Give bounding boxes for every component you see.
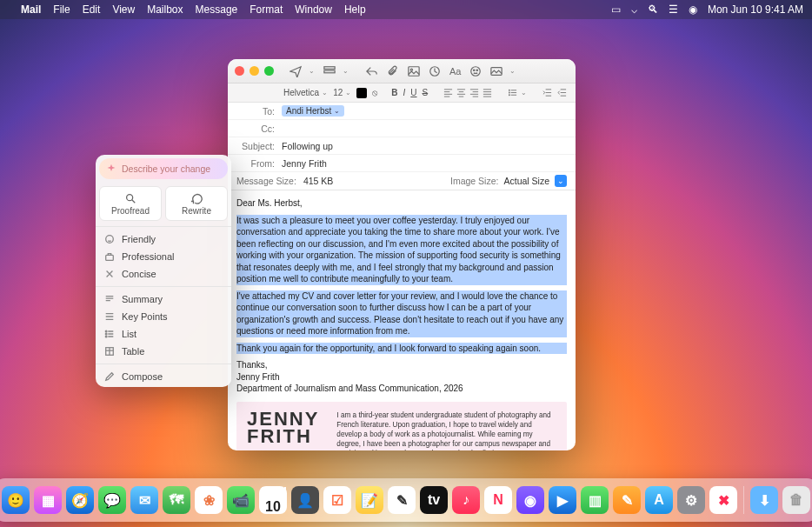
font-panel-icon[interactable]: Aa — [449, 66, 461, 77]
zoom-button[interactable] — [264, 66, 274, 76]
font-size-select[interactable]: 12 ⌄ — [333, 88, 351, 97]
transform-list[interactable]: List — [96, 325, 231, 343]
list-menu-chevron[interactable]: ⌄ — [521, 89, 527, 97]
table-label: Table — [122, 346, 144, 357]
minimize-button[interactable] — [250, 66, 259, 76]
strike-button[interactable]: S — [423, 88, 429, 97]
dock-launchpad[interactable]: ▦ — [34, 486, 62, 514]
professional-label: Professional — [122, 251, 175, 262]
transform-summary[interactable]: Summary — [96, 290, 231, 308]
align-left-icon[interactable] — [443, 88, 453, 97]
dock-pages[interactable]: ✎ — [613, 486, 641, 514]
dock-mail[interactable]: ✉︎ — [130, 486, 158, 514]
message-body[interactable]: Dear Ms. Herbst, It was such a pleasure … — [228, 190, 576, 450]
menu-message[interactable]: Message — [196, 3, 238, 16]
close-button[interactable] — [235, 66, 244, 76]
dock-trash[interactable]: 🗑 — [782, 486, 810, 514]
menu-mailbox[interactable]: Mailbox — [147, 3, 183, 16]
indent-left-icon[interactable] — [557, 88, 567, 97]
media-icon[interactable] — [490, 65, 503, 77]
window-titlebar[interactable]: ⌄ ⌄ Aa ⌄ — [228, 59, 576, 83]
dock-reminders[interactable]: ☑︎ — [323, 486, 351, 514]
font-family-select[interactable]: Helvetica ⌄ — [283, 88, 328, 97]
header-fields-icon[interactable] — [323, 65, 336, 77]
italic-button[interactable]: I — [403, 88, 406, 97]
menu-file[interactable]: File — [53, 3, 70, 16]
menu-help[interactable]: Help — [344, 3, 366, 16]
media-menu-chevron[interactable]: ⌄ — [509, 67, 516, 75]
resume-attachment-preview[interactable]: JENNY FRITH I am a third-year student un… — [236, 402, 567, 451]
dock-calendar[interactable]: JUN 10 — [259, 486, 287, 514]
app-menu[interactable]: Mail — [21, 3, 41, 16]
describe-change-input[interactable]: Describe your change — [99, 158, 228, 179]
dock-music[interactable]: ♪ — [452, 486, 480, 514]
dock-safari[interactable]: 🧭 — [66, 486, 94, 514]
attach-icon[interactable] — [387, 65, 399, 77]
dock-shortcuts[interactable]: ✖︎ — [709, 486, 737, 514]
dock-tv[interactable]: tv — [420, 486, 448, 514]
dock-news[interactable]: N — [484, 486, 512, 514]
align-justify-icon[interactable] — [483, 88, 492, 97]
dock-contacts[interactable]: 👤 — [291, 486, 319, 514]
battery-icon[interactable]: ▭ — [611, 3, 621, 16]
from-field[interactable]: Jenny Frith — [282, 158, 567, 169]
recipient-name: Andi Herbst — [286, 106, 331, 116]
dock-downloads[interactable]: ⬇︎ — [750, 486, 778, 514]
clock[interactable]: Mon Jun 10 9:41 AM — [708, 3, 803, 16]
text-color-swatch[interactable] — [356, 88, 367, 98]
dock-facetime[interactable]: 📹 — [227, 486, 255, 514]
dock-finder[interactable]: 🙂 — [2, 486, 30, 514]
image-size-stepper-icon[interactable]: ⌄ — [555, 175, 567, 187]
wifi-icon[interactable]: ⌵ — [631, 3, 637, 16]
dock-settings[interactable]: ⚙︎ — [677, 486, 705, 514]
svg-rect-0 — [324, 66, 335, 69]
subject-field[interactable]: Following up — [282, 141, 567, 151]
menu-edit[interactable]: Edit — [83, 3, 101, 16]
dock-appstore[interactable]: A — [645, 486, 673, 514]
menu-window[interactable]: Window — [295, 3, 332, 16]
menu-view[interactable]: View — [112, 3, 135, 16]
tone-concise[interactable]: Concise — [96, 265, 231, 283]
dock-maps[interactable]: 🗺 — [163, 486, 190, 514]
header-menu-chevron[interactable]: ⌄ — [343, 67, 349, 75]
image-size-select[interactable]: Actual Size — [503, 176, 549, 186]
dock-keynote[interactable]: ▶ — [549, 486, 576, 514]
align-right-icon[interactable] — [469, 88, 479, 97]
emoji-icon[interactable] — [469, 65, 482, 77]
send-menu-chevron[interactable]: ⌄ — [309, 67, 315, 75]
dock-podcasts[interactable]: ◉ — [516, 486, 544, 514]
transform-keypoints[interactable]: Key Points — [96, 308, 231, 325]
dock-photos[interactable]: ❀ — [195, 486, 223, 514]
indent-right-icon[interactable] — [542, 88, 552, 97]
spotlight-icon[interactable]: 🔍︎ — [648, 3, 658, 16]
proofread-button[interactable]: Proofread — [99, 186, 162, 221]
reply-icon[interactable] — [366, 65, 378, 77]
siri-icon[interactable]: ◉ — [689, 3, 697, 16]
summary-icon — [104, 294, 115, 304]
dock-notes[interactable]: 📝 — [356, 486, 383, 514]
tone-friendly[interactable]: Friendly — [96, 230, 231, 248]
align-center-icon[interactable] — [456, 88, 466, 97]
message-size-value: 415 KB — [303, 176, 333, 186]
recipient-token[interactable]: Andi Herbst ⌄ — [282, 105, 344, 117]
list-bullet-icon[interactable] — [508, 88, 517, 97]
control-center-icon[interactable]: ☰ — [669, 3, 678, 16]
dock-numbers[interactable]: ▥ — [581, 486, 609, 514]
compose-button[interactable]: Compose — [96, 368, 231, 385]
svg-point-17 — [105, 336, 107, 337]
to-field[interactable]: Andi Herbst ⌄ — [282, 105, 567, 117]
photo-icon[interactable] — [408, 65, 420, 77]
menu-format[interactable]: Format — [250, 3, 283, 16]
transform-table[interactable]: Table — [96, 343, 231, 360]
recipient-chevron-icon[interactable]: ⌄ — [334, 107, 340, 115]
format-icon[interactable] — [429, 65, 441, 77]
describe-change-placeholder: Describe your change — [122, 163, 210, 174]
dock-freeform[interactable]: ✎ — [388, 486, 416, 514]
text-color-none-icon[interactable]: ⦸ — [372, 88, 377, 98]
rewrite-button[interactable]: Rewrite — [165, 186, 228, 221]
underline-button[interactable]: U — [410, 88, 416, 97]
tone-professional[interactable]: Professional — [96, 248, 231, 265]
dock-messages[interactable]: 💬 — [98, 486, 126, 514]
send-icon[interactable] — [290, 65, 302, 77]
bold-button[interactable]: B — [391, 88, 397, 97]
